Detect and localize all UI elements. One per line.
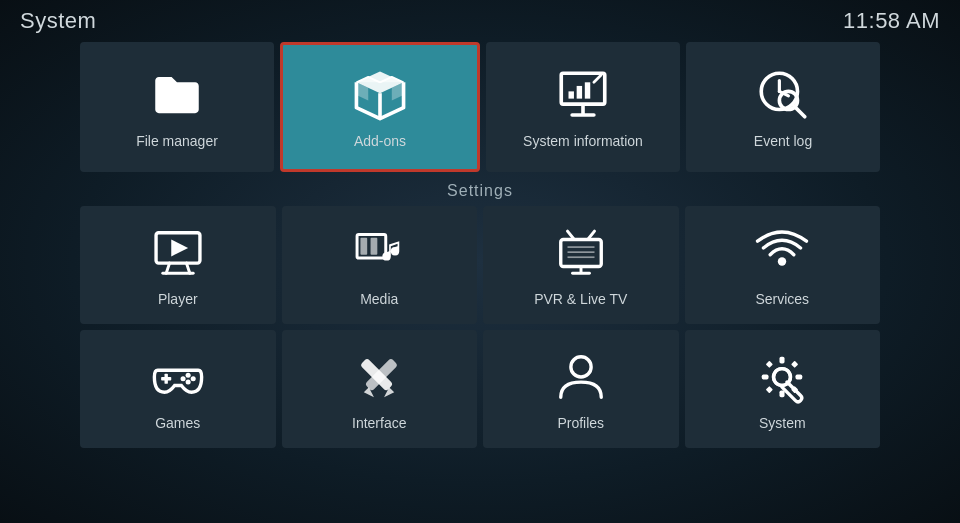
svg-rect-44: [780, 391, 785, 398]
pencil-tools-icon: [349, 347, 409, 407]
tile-label-pvr-live-tv: PVR & Live TV: [534, 291, 627, 307]
tile-media[interactable]: Media: [282, 206, 478, 324]
folder-icon: [147, 65, 207, 125]
tile-label-services: Services: [755, 291, 809, 307]
tile-label-file-manager: File manager: [136, 133, 218, 149]
svg-rect-47: [766, 361, 773, 368]
svg-marker-18: [171, 240, 188, 257]
presentation-icon: [553, 65, 613, 125]
svg-point-33: [185, 373, 190, 378]
tile-pvr-live-tv[interactable]: PVR & Live TV: [483, 206, 679, 324]
top-row: File manager Add-ons: [0, 38, 960, 176]
tile-player[interactable]: Player: [80, 206, 276, 324]
tile-label-profiles: Profiles: [557, 415, 604, 431]
tile-file-manager[interactable]: File manager: [80, 42, 274, 172]
header: System 11:58 AM: [0, 0, 960, 38]
tile-add-ons[interactable]: Add-ons: [280, 42, 480, 172]
svg-point-30: [778, 257, 786, 265]
person-icon: [551, 347, 611, 407]
svg-rect-5: [569, 91, 574, 98]
tile-system[interactable]: System: [685, 330, 881, 448]
clock-search-icon: [753, 65, 813, 125]
svg-rect-49: [766, 386, 773, 393]
svg-rect-21: [371, 238, 378, 255]
monitor-play-icon: [148, 223, 208, 283]
svg-rect-46: [796, 374, 803, 379]
tile-label-system: System: [759, 415, 806, 431]
page-title: System: [20, 8, 96, 34]
tile-interface[interactable]: Interface: [282, 330, 478, 448]
tile-system-information[interactable]: System information: [486, 42, 680, 172]
svg-rect-43: [780, 357, 785, 364]
svg-rect-32: [161, 377, 171, 380]
svg-rect-7: [585, 82, 590, 98]
tile-label-interface: Interface: [352, 415, 406, 431]
tile-label-system-information: System information: [523, 133, 643, 149]
tile-services[interactable]: Services: [685, 206, 881, 324]
media-icon: [349, 223, 409, 283]
wifi-circle-icon: [752, 223, 812, 283]
page: System 11:58 AM File manager: [0, 0, 960, 523]
settings-label: Settings: [0, 182, 960, 200]
tile-event-log[interactable]: Event log: [686, 42, 880, 172]
settings-row-1: Player Media: [0, 206, 960, 324]
settings-row-2: Games Interface: [0, 330, 960, 448]
svg-point-41: [571, 357, 591, 377]
svg-point-34: [190, 376, 195, 381]
gear-wrench-icon: [752, 347, 812, 407]
svg-point-35: [185, 380, 190, 385]
svg-rect-6: [577, 86, 582, 99]
tile-label-games: Games: [155, 415, 200, 431]
gamepad-icon: [148, 347, 208, 407]
svg-rect-45: [762, 374, 769, 379]
tile-label-player: Player: [158, 291, 198, 307]
tile-games[interactable]: Games: [80, 330, 276, 448]
svg-line-8: [594, 75, 601, 82]
tile-label-add-ons: Add-ons: [354, 133, 406, 149]
tile-label-media: Media: [360, 291, 398, 307]
tile-label-event-log: Event log: [754, 133, 812, 149]
svg-rect-48: [791, 361, 798, 368]
svg-point-36: [180, 376, 185, 381]
clock: 11:58 AM: [843, 8, 940, 34]
tile-profiles[interactable]: Profiles: [483, 330, 679, 448]
box-icon: [350, 65, 410, 125]
svg-rect-20: [361, 238, 368, 255]
tv-icon: [551, 223, 611, 283]
